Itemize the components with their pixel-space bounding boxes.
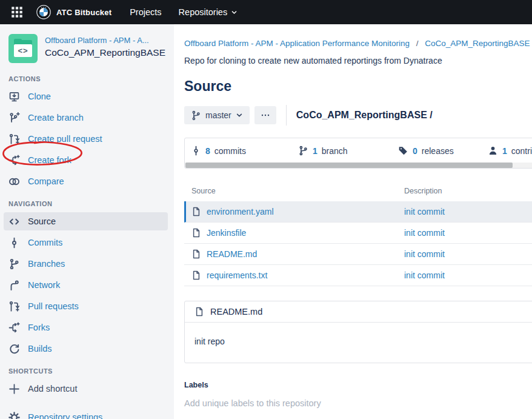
chevron-down-icon — [231, 9, 238, 16]
file-icon — [191, 249, 201, 259]
sidebar-item-create-pull-request[interactable]: Create pull request — [4, 130, 168, 148]
table-row: environment.yaml init commit — [184, 201, 532, 223]
readme-content: init repo — [185, 323, 532, 363]
section-shortcuts-label: SHORTCUTS — [8, 367, 165, 375]
readme-filename: README.md — [210, 307, 262, 317]
gear-icon — [8, 412, 20, 419]
nav-repositories[interactable]: Repositories — [179, 7, 238, 17]
breadcrumb-separator: / — [416, 39, 419, 48]
pull-request-icon — [8, 301, 20, 312]
pull-request-icon — [8, 133, 20, 145]
project-link[interactable]: Offboard Platform - APM - A... — [45, 36, 165, 45]
column-source: Source — [191, 187, 404, 195]
person-icon — [488, 146, 498, 156]
repo-header: <> Offboard Platform - APM - A... CoCo_A… — [0, 24, 174, 65]
section-actions-label: ACTIONS — [8, 75, 165, 82]
stat-contributors[interactable]: 1 contributor — [488, 146, 532, 156]
plus-icon — [8, 383, 20, 395]
app-switcher-grid-icon[interactable] — [11, 6, 23, 18]
stat-branches[interactable]: 1 branch — [298, 146, 398, 156]
network-icon — [8, 280, 20, 291]
fork-icon — [8, 322, 20, 334]
commit-message-link[interactable]: init commit — [404, 228, 445, 238]
sidebar-item-source[interactable]: Source — [4, 212, 168, 230]
branch-icon — [191, 110, 201, 121]
table-row: requirements.txt init commit — [184, 265, 532, 286]
sidebar-item-clone[interactable]: Clone — [4, 87, 168, 106]
branch-selector-button[interactable]: master — [184, 106, 250, 124]
clone-icon — [8, 91, 20, 102]
branch-icon — [8, 258, 20, 270]
code-folder-icon: <> — [14, 44, 32, 57]
file-table-header: Source Description — [184, 184, 532, 201]
page-title: Source — [184, 78, 532, 95]
ellipsis-icon — [261, 110, 270, 120]
commit-icon — [191, 146, 201, 156]
sidebar-item-commits[interactable]: Commits — [4, 233, 168, 252]
labels-section: Labels Add unique labels to this reposit… — [184, 381, 532, 408]
tag-icon — [398, 146, 408, 156]
current-path: CoCo_APM_ReportingBASE / — [296, 110, 433, 121]
brand[interactable]: ATC Bitbucket — [36, 5, 111, 19]
chevron-down-icon — [236, 112, 243, 119]
repo-stats-card: 8 commits 1 branch 0 releases 1 contribu… — [184, 138, 532, 169]
stat-commits[interactable]: 8 commits — [191, 146, 298, 156]
readme-header: README.md — [185, 301, 532, 323]
app-title: ATC Bitbucket — [56, 8, 111, 17]
table-row: README.md init commit — [184, 244, 532, 265]
file-icon — [191, 270, 201, 280]
horizontal-scrollbar-thumb[interactable] — [185, 163, 513, 168]
source-toolbar: master CoCo_APM_ReportingBASE / — [184, 105, 532, 126]
nav-projects[interactable]: Projects — [130, 7, 161, 17]
bmw-roundel-icon — [36, 5, 51, 19]
breadcrumb: Offboard Platform - APM - Application Pe… — [184, 39, 532, 48]
sidebar-item-pull-requests[interactable]: Pull requests — [4, 297, 168, 315]
readme-card: README.md init repo — [184, 301, 532, 363]
repo-avatar: <> — [8, 34, 38, 63]
commit-message-link[interactable]: init commit — [404, 270, 445, 280]
branch-icon — [298, 146, 308, 156]
code-icon — [8, 216, 20, 227]
create-branch-icon — [8, 112, 20, 124]
horizontal-scrollbar-track — [185, 163, 532, 168]
sidebar-item-network[interactable]: Network — [4, 276, 168, 294]
file-link[interactable]: environment.yaml — [207, 207, 274, 216]
sidebar-item-repository-settings[interactable]: Repository settings — [4, 408, 168, 419]
commit-message-link[interactable]: init commit — [404, 249, 445, 259]
section-navigation-label: NAVIGATION — [8, 200, 165, 207]
file-link[interactable]: Jenkinsfile — [207, 228, 246, 238]
repo-name: CoCo_APM_ReportingBASE — [45, 47, 165, 58]
column-description: Description — [404, 187, 442, 195]
sidebar-item-compare[interactable]: Compare — [4, 172, 168, 190]
main-content: Offboard Platform - APM - Application Pe… — [174, 24, 532, 419]
file-icon — [191, 207, 201, 216]
top-navbar: ATC Bitbucket Projects Repositories — [0, 0, 532, 24]
sidebar: <> Offboard Platform - APM - A... CoCo_A… — [0, 24, 174, 419]
file-icon — [195, 307, 204, 317]
fork-icon — [8, 155, 20, 166]
file-link[interactable]: requirements.txt — [207, 270, 267, 280]
commit-icon — [8, 237, 20, 249]
sidebar-item-builds[interactable]: Builds — [4, 340, 168, 358]
sidebar-item-add-shortcut[interactable]: Add shortcut — [4, 380, 168, 398]
file-link[interactable]: README.md — [207, 249, 257, 259]
breadcrumb-project-link[interactable]: Offboard Platform - APM - Application Pe… — [184, 39, 410, 48]
labels-input-placeholder[interactable]: Add unique labels to this repository — [184, 398, 532, 408]
builds-icon — [8, 343, 20, 355]
sidebar-item-create-fork[interactable]: Create fork — [4, 151, 168, 169]
file-table: Source Description environment.yaml init… — [184, 184, 532, 286]
breadcrumb-repo-link[interactable]: CoCo_APM_ReportingBASE — [425, 39, 530, 48]
sidebar-item-branches[interactable]: Branches — [4, 255, 168, 273]
repo-description: Repo for cloning to create new automated… — [184, 56, 532, 65]
file-icon — [191, 228, 201, 238]
toolbar-divider — [286, 105, 287, 126]
sidebar-item-create-branch[interactable]: Create branch — [4, 109, 168, 127]
table-row: Jenkinsfile init commit — [184, 223, 532, 244]
labels-title: Labels — [184, 381, 532, 389]
stat-releases[interactable]: 0 releases — [398, 146, 488, 156]
commit-message-link[interactable]: init commit — [404, 207, 445, 216]
more-actions-button[interactable] — [254, 106, 276, 124]
sidebar-item-forks[interactable]: Forks — [4, 318, 168, 337]
compare-icon — [8, 176, 20, 187]
